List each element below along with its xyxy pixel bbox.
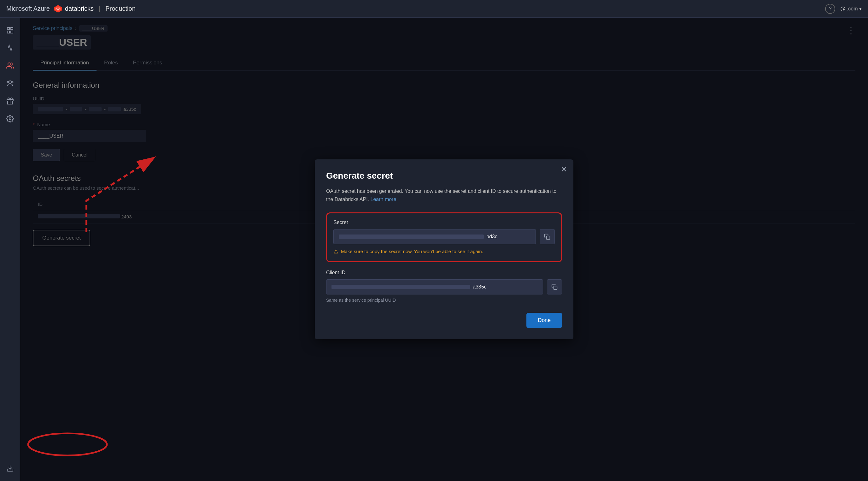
copy-secret-button[interactable] (540, 229, 555, 244)
svg-rect-2 (7, 31, 9, 33)
brand: Microsoft Azure databricks | Production (6, 4, 135, 13)
grid-icon (6, 27, 14, 34)
sidebar-item-settings[interactable] (2, 111, 18, 126)
svg-rect-0 (7, 27, 9, 30)
svg-point-5 (9, 81, 11, 83)
secret-mask (339, 235, 484, 239)
secret-suffix: bd3c (486, 234, 497, 240)
warning-icon: ⚠ (333, 248, 338, 255)
svg-rect-12 (547, 236, 550, 239)
done-button[interactable]: Done (526, 313, 562, 328)
client-id-input: a335c (326, 279, 543, 295)
azure-label: Microsoft Azure (6, 5, 50, 12)
export-icon (6, 464, 14, 472)
sidebar-item-analytics[interactable] (2, 40, 18, 56)
secret-field-row: bd3c (333, 229, 555, 244)
modal-close-button[interactable]: ✕ (561, 166, 567, 173)
svg-point-6 (11, 82, 13, 83)
copy-icon (544, 234, 550, 240)
settings-icon (6, 115, 14, 122)
databricks-text: databricks (65, 5, 94, 12)
client-id-row: a335c (326, 279, 562, 295)
databricks-logo: databricks (54, 4, 94, 13)
content-area: Service principals › ____USER ____USER ⋮… (20, 18, 868, 481)
svg-rect-1 (11, 27, 13, 30)
svg-point-4 (8, 63, 10, 65)
modal: Generate secret ✕ OAuth secret has been … (315, 159, 574, 339)
sidebar-item-users[interactable] (2, 58, 18, 73)
modal-title: Generate secret (326, 171, 562, 181)
chart-icon (6, 44, 14, 52)
help-icon[interactable]: ? (825, 4, 835, 14)
secret-section: Secret bd3c (326, 212, 562, 262)
navbar: Microsoft Azure databricks | Production … (0, 0, 868, 18)
group-icon (6, 80, 14, 87)
client-id-label: Client ID (326, 270, 562, 275)
workspace-name: Production (105, 5, 135, 12)
copy-client-id-button[interactable] (547, 279, 562, 295)
svg-rect-13 (554, 286, 557, 290)
same-as-text: Same as the service principal UUID (326, 298, 562, 303)
client-id-mask (332, 285, 470, 289)
secret-input: bd3c (333, 229, 536, 244)
sidebar-item-dashboard[interactable] (2, 23, 18, 38)
copy-client-icon (551, 284, 558, 290)
svg-point-7 (7, 82, 8, 83)
users-icon (6, 62, 14, 69)
user-info[interactable]: @ .com ▾ (840, 6, 862, 12)
navbar-divider: | (99, 5, 100, 12)
navbar-right: ? @ .com ▾ (825, 4, 862, 14)
svg-rect-3 (11, 31, 13, 33)
secret-label: Secret (333, 220, 555, 226)
client-id-section: Client ID a335c Same as (326, 270, 562, 303)
learn-more-link[interactable]: Learn more (371, 197, 397, 202)
databricks-icon (54, 4, 62, 13)
sidebar (0, 18, 20, 481)
client-id-suffix: a335c (473, 284, 487, 290)
main-layout: Service principals › ____USER ____USER ⋮… (0, 18, 868, 481)
modal-description: OAuth secret has been generated. You can… (326, 187, 562, 203)
modal-overlay: Generate secret ✕ OAuth secret has been … (20, 18, 868, 481)
warning-text: ⚠ Make sure to copy the secret now. You … (333, 248, 555, 255)
modal-footer: Done (326, 313, 562, 328)
svg-point-10 (9, 118, 11, 120)
gift-icon (6, 97, 14, 105)
sidebar-item-groups[interactable] (2, 76, 18, 91)
sidebar-item-features[interactable] (2, 93, 18, 109)
sidebar-item-export[interactable] (2, 461, 18, 476)
